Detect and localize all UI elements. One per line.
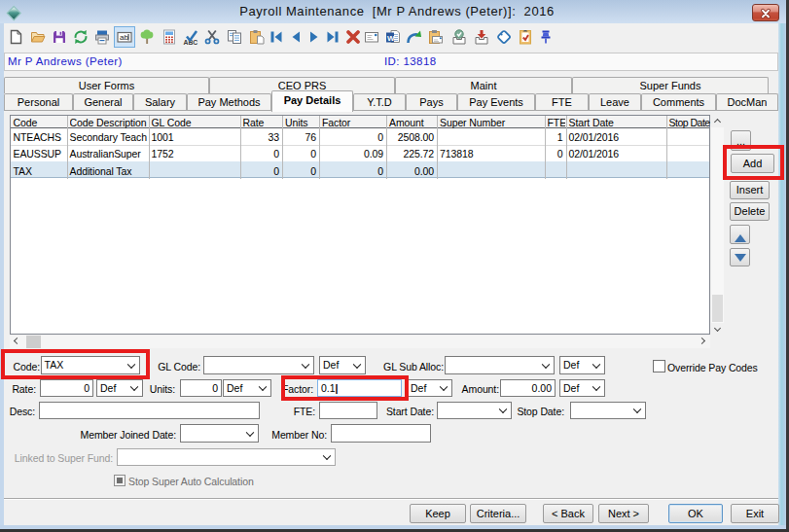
svg-text:ab: ab	[120, 33, 128, 42]
svg-text:W: W	[387, 34, 395, 43]
